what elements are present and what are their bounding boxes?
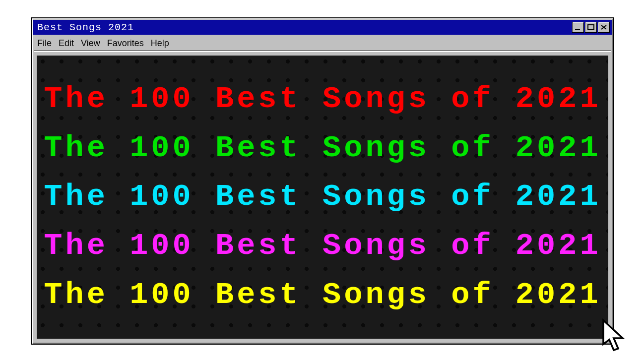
close-icon [600, 24, 607, 30]
menu-file[interactable]: File [37, 38, 52, 49]
menu-view[interactable]: View [81, 38, 100, 49]
svg-rect-0 [575, 29, 580, 30]
svg-rect-1 [588, 25, 594, 30]
window-frame: Best Songs 2021 File Edit View Favorites… [31, 17, 614, 345]
window-title: Best Songs 2021 [37, 22, 571, 33]
menu-bar: File Edit View Favorites Help [34, 36, 611, 51]
headline-green: The 100 Best Songs of 2021 [44, 133, 601, 164]
headline-cyan: The 100 Best Songs of 2021 [44, 181, 601, 212]
cursor-icon [599, 317, 631, 353]
minimize-button[interactable] [572, 22, 584, 33]
headline-red: The 100 Best Songs of 2021 [44, 84, 601, 115]
svg-marker-4 [603, 320, 623, 350]
minimize-icon [575, 24, 581, 30]
menu-edit[interactable]: Edit [59, 38, 74, 49]
content-area: The 100 Best Songs of 2021 The 100 Best … [37, 56, 608, 339]
headline-magenta: The 100 Best Songs of 2021 [44, 231, 601, 261]
close-button[interactable] [598, 22, 610, 33]
menu-help[interactable]: Help [151, 38, 169, 49]
maximize-icon [587, 24, 594, 30]
maximize-button[interactable] [585, 22, 597, 33]
title-bar[interactable]: Best Songs 2021 [33, 20, 612, 35]
headline-yellow: The 100 Best Songs of 2021 [44, 280, 601, 310]
menu-favorites[interactable]: Favorites [107, 38, 144, 49]
